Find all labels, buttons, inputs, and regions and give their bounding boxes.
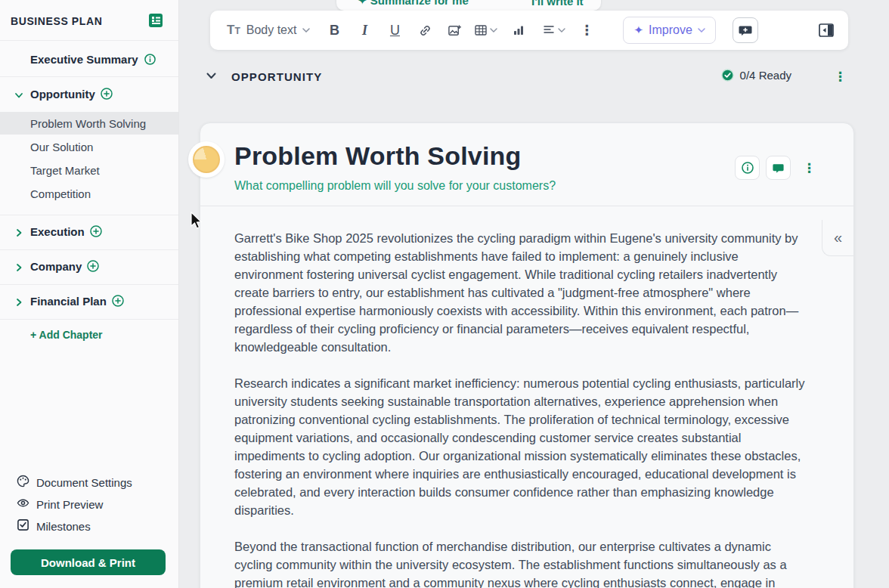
paragraph: Garrett's Bike Shop 2025 revolutionizes … [234, 229, 809, 356]
chevron-down-icon [302, 28, 310, 32]
download-print-button[interactable]: Download & Print [11, 549, 166, 575]
check-circle-icon [721, 69, 734, 82]
section-collapse-chevron-icon[interactable] [206, 73, 216, 79]
problem-worth-solving-label: Problem Worth Solving [30, 117, 146, 130]
sidebar-item-opportunity[interactable]: Opportunity [0, 82, 178, 105]
add-section-icon[interactable] [112, 295, 124, 307]
chapter-card-header: Problem Worth Solving What compelling pr… [200, 123, 853, 206]
eye-icon [17, 497, 29, 512]
competition-label: Competition [30, 187, 91, 200]
info-icon [742, 162, 754, 174]
toolbar-more-button[interactable]: ⋮ [572, 22, 602, 39]
outline-toggle-icon[interactable] [148, 13, 163, 28]
add-section-icon[interactable] [90, 225, 102, 237]
link-icon [418, 23, 432, 38]
insert-table-button[interactable] [469, 23, 502, 37]
sidebar-collapse-tab[interactable]: « [822, 220, 853, 256]
paragraph: Beyond the transactional function of mer… [234, 537, 809, 588]
chevron-down-icon [490, 28, 497, 32]
chevron-down-icon[interactable] [14, 89, 23, 98]
main-content: ✦ Summarize for me I'll write it TT Body… [179, 0, 889, 588]
sidebar-divider [0, 319, 178, 320]
sidebar-item-company[interactable]: Company [0, 255, 178, 277]
sidebar-item-competition[interactable]: Competition [0, 182, 178, 205]
checkbox-check-icon [17, 518, 29, 534]
link-button[interactable] [410, 23, 440, 38]
image-icon [448, 23, 462, 38]
chevron-down-icon [558, 28, 565, 32]
target-market-label: Target Market [30, 164, 100, 177]
sidebar-item-our-solution[interactable]: Our Solution [0, 135, 178, 158]
section-header: OPPORTUNITY 0/4 Ready ⋮ [179, 65, 889, 89]
insert-image-button[interactable] [440, 23, 469, 38]
insert-chart-button[interactable] [502, 23, 535, 37]
improve-button[interactable]: ✦ Improve [623, 17, 715, 44]
panel-collapse-icon[interactable] [818, 22, 835, 39]
chapter-prompt: What compelling problem will you solve f… [234, 179, 556, 193]
document-settings-item[interactable]: Document Settings [17, 475, 132, 491]
milestones-label: Milestones [36, 520, 91, 533]
info-icon[interactable] [144, 54, 156, 65]
sidebar-item-executive-summary[interactable]: Executive Summary [0, 48, 178, 70]
sidebar: BUSINESS PLAN Executive Summary Opportun… [0, 0, 179, 588]
chapter-info-button[interactable] [735, 156, 760, 180]
sidebar-item-problem-worth-solving[interactable]: Problem Worth Solving [0, 112, 178, 135]
ai-suggestion-option[interactable]: ✦ Summarize for me [358, 0, 469, 8]
add-section-icon[interactable] [101, 88, 113, 100]
progress-badge [188, 141, 225, 178]
text-style-icon: TT [227, 23, 240, 38]
add-chapter-button[interactable]: + Add Chapter [30, 329, 103, 341]
ai-suggestion-popup-partial[interactable]: ✦ Summarize for me I'll write it [336, 0, 601, 11]
sidebar-divider [0, 284, 178, 285]
double-chevron-left-icon: « [834, 229, 842, 246]
executive-summary-label: Executive Summary [30, 53, 138, 66]
financial-plan-label: Financial Plan [30, 295, 107, 308]
opportunity-label: Opportunity [30, 88, 95, 101]
ready-status: 0/4 Ready [721, 69, 791, 82]
chapter-body-text[interactable]: Garrett's Bike Shop 2025 revolutionizes … [234, 229, 809, 588]
sparkle-icon: ✦ [633, 23, 643, 37]
comment-icon [772, 162, 785, 175]
align-button[interactable] [535, 23, 572, 37]
section-menu-button[interactable]: ⋮ [834, 70, 847, 83]
add-section-icon[interactable] [87, 260, 99, 272]
company-label: Company [30, 260, 82, 273]
print-preview-label: Print Preview [36, 498, 103, 511]
business-plan-app: BUSINESS PLAN Executive Summary Opportun… [0, 0, 889, 588]
milestones-item[interactable]: Milestones [17, 518, 91, 534]
print-preview-item[interactable]: Print Preview [17, 497, 103, 512]
bar-chart-icon [512, 23, 525, 37]
chapter-actions: ⋮ [735, 156, 816, 180]
text-style-selector[interactable]: TT Body text [227, 23, 310, 38]
bold-button[interactable]: B [319, 23, 349, 39]
sidebar-item-execution[interactable]: Execution [0, 220, 178, 243]
document-settings-label: Document Settings [36, 476, 132, 489]
progress-pie-icon [193, 146, 220, 173]
sidebar-header: BUSINESS PLAN [0, 0, 178, 41]
chevron-down-icon [698, 28, 705, 32]
chapter-title: Problem Worth Solving [234, 141, 521, 171]
add-comment-button[interactable] [733, 17, 758, 43]
ai-suggestion-option[interactable]: I'll write it [531, 0, 584, 8]
sidebar-item-target-market[interactable]: Target Market [0, 159, 178, 181]
sidebar-item-financial-plan[interactable]: Financial Plan [0, 289, 178, 312]
formatting-toolbar: TT Body text B I U [210, 11, 848, 50]
chevron-right-icon[interactable] [14, 296, 23, 305]
ready-status-label: 0/4 Ready [740, 69, 791, 82]
underline-button[interactable]: U [379, 23, 410, 39]
section-title: OPPORTUNITY [231, 70, 322, 83]
execution-label: Execution [30, 225, 85, 238]
text-style-value: Body text [246, 23, 297, 37]
chapter-menu-button[interactable]: ⋮ [803, 162, 816, 175]
chevron-right-icon[interactable] [14, 262, 23, 271]
sidebar-title: BUSINESS PLAN [11, 15, 102, 27]
palette-icon [17, 475, 29, 491]
comment-add-icon [738, 23, 753, 38]
chapter-card: Problem Worth Solving What compelling pr… [200, 122, 854, 588]
align-left-icon [542, 23, 556, 37]
chapter-comment-button[interactable] [766, 156, 791, 180]
italic-button[interactable]: I [349, 23, 379, 39]
improve-label: Improve [649, 23, 692, 37]
chevron-right-icon[interactable] [14, 227, 23, 236]
table-icon [474, 23, 488, 37]
